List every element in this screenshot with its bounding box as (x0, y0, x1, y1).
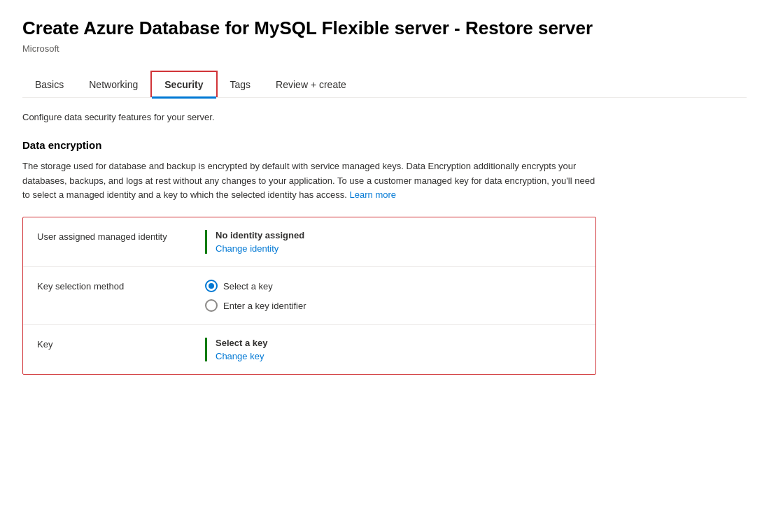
learn-more-link[interactable]: Learn more (350, 189, 396, 200)
radio-circle-select-key (205, 280, 218, 292)
identity-value-bold: No identity assigned (216, 230, 581, 240)
change-identity-link[interactable]: Change identity (216, 243, 581, 254)
key-method-value: Select a key Enter a key identifier (205, 280, 581, 312)
tab-review-create[interactable]: Review + create (263, 72, 359, 97)
tab-description: Configure data security features for you… (22, 112, 747, 122)
page-subtitle: Microsoft (22, 43, 747, 54)
change-key-link[interactable]: Change key (216, 351, 581, 361)
identity-label: User assigned managed identity (37, 230, 205, 242)
section-title: Data encryption (22, 139, 747, 151)
key-value-bold: Select a key (216, 338, 581, 348)
tab-security[interactable]: Security (150, 71, 217, 97)
page-title: Create Azure Database for MySQL Flexible… (22, 17, 747, 41)
key-method-radio-group: Select a key Enter a key identifier (205, 280, 581, 312)
form-row-key: Key Select a key Change key (23, 325, 595, 374)
radio-enter-identifier-label: Enter a key identifier (223, 301, 306, 311)
identity-value: No identity assigned Change identity (205, 230, 581, 254)
radio-enter-identifier[interactable]: Enter a key identifier (205, 299, 581, 312)
form-row-key-method: Key selection method Select a key Enter … (23, 267, 595, 325)
data-encryption-form: User assigned managed identity No identi… (22, 217, 596, 375)
section-description: The storage used for database and backup… (22, 159, 596, 203)
radio-select-key[interactable]: Select a key (205, 280, 581, 292)
radio-circle-enter-identifier (205, 299, 218, 312)
tab-networking[interactable]: Networking (76, 72, 150, 97)
key-label: Key (37, 338, 205, 350)
tab-tags[interactable]: Tags (218, 72, 264, 97)
tab-basics[interactable]: Basics (22, 72, 76, 97)
key-value: Select a key Change key (205, 338, 581, 361)
radio-select-key-label: Select a key (223, 281, 273, 292)
tab-bar: Basics Networking Security Tags Review +… (22, 71, 747, 98)
form-row-identity: User assigned managed identity No identi… (23, 217, 595, 267)
key-method-label: Key selection method (37, 280, 205, 292)
